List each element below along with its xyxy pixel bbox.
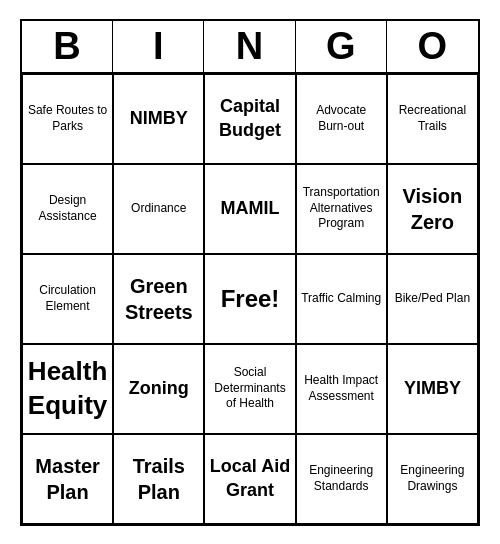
bingo-cell: Social Determinants of Health [204,344,295,434]
header-letter: I [113,21,204,72]
bingo-cell: MAMIL [204,164,295,254]
bingo-cell: Bike/Ped Plan [387,254,478,344]
bingo-cell: Recreational Trails [387,74,478,164]
bingo-cell: Design Assistance [22,164,113,254]
bingo-cell: Health Impact Assessment [296,344,387,434]
bingo-cell: Vision Zero [387,164,478,254]
bingo-cell: Health Equity [22,344,113,434]
bingo-cell: Ordinance [113,164,204,254]
bingo-cell: Advocate Burn-out [296,74,387,164]
bingo-cell: Master Plan [22,434,113,524]
bingo-grid: Safe Routes to ParksNIMBYCapital BudgetA… [22,74,478,524]
header-letter: O [387,21,478,72]
bingo-cell: Transportation Alternatives Program [296,164,387,254]
bingo-cell: Engineering Drawings [387,434,478,524]
bingo-cell: Traffic Calming [296,254,387,344]
bingo-cell: Safe Routes to Parks [22,74,113,164]
header-letter: N [204,21,295,72]
header-letter: B [22,21,113,72]
bingo-header: BINGO [22,21,478,74]
bingo-cell: Circulation Element [22,254,113,344]
bingo-card: BINGO Safe Routes to ParksNIMBYCapital B… [20,19,480,526]
bingo-cell: Free! [204,254,295,344]
bingo-cell: NIMBY [113,74,204,164]
bingo-cell: Capital Budget [204,74,295,164]
bingo-cell: Trails Plan [113,434,204,524]
bingo-cell: Engineering Standards [296,434,387,524]
bingo-cell: Zoning [113,344,204,434]
bingo-cell: Green Streets [113,254,204,344]
header-letter: G [296,21,387,72]
bingo-cell: Local Aid Grant [204,434,295,524]
bingo-cell: YIMBY [387,344,478,434]
